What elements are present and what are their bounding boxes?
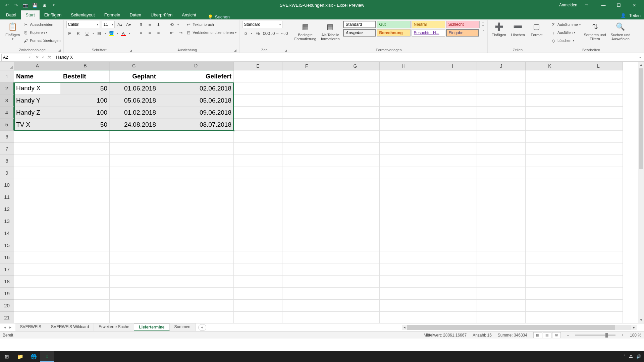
- cell[interactable]: [14, 167, 61, 179]
- page-layout-view-button[interactable]: ▤: [543, 332, 551, 338]
- touch-mode-icon[interactable]: ⊞: [42, 2, 47, 8]
- cell[interactable]: [331, 251, 380, 263]
- cell[interactable]: [574, 263, 623, 276]
- tab-data[interactable]: Daten: [125, 10, 146, 19]
- cell[interactable]: [477, 239, 526, 251]
- sort-filter-button[interactable]: ⇅Sortieren und Filtern: [583, 21, 607, 42]
- cell[interactable]: [282, 191, 331, 203]
- cell[interactable]: [428, 312, 477, 323]
- tab-view[interactable]: Ansicht: [177, 10, 201, 19]
- cell[interactable]: [380, 95, 428, 107]
- cell[interactable]: [526, 203, 574, 215]
- tab-layout[interactable]: Seitenlayout: [66, 10, 100, 19]
- cell[interactable]: [331, 276, 380, 288]
- sheet-nav-prev[interactable]: ◄: [3, 325, 7, 329]
- style-neutral[interactable]: Neutral: [412, 21, 445, 28]
- font-size-select[interactable]: 11▾: [102, 21, 115, 28]
- increase-decimal-button[interactable]: .0→: [272, 30, 278, 37]
- cell[interactable]: [158, 227, 234, 239]
- cell[interactable]: [526, 288, 574, 300]
- scrollbar-thumb[interactable]: [407, 325, 615, 330]
- cell[interactable]: [331, 82, 380, 95]
- normal-view-button[interactable]: ▦: [533, 332, 542, 338]
- cell[interactable]: [331, 215, 380, 227]
- tab-home[interactable]: Start: [21, 10, 39, 19]
- cell[interactable]: [282, 155, 331, 167]
- row-header[interactable]: 12: [0, 203, 14, 215]
- copy-button[interactable]: ⎘Kopieren▾: [23, 29, 60, 36]
- cell[interactable]: [234, 251, 282, 263]
- tab-review[interactable]: Überprüfen: [146, 10, 177, 19]
- format-painter-button[interactable]: 🖌Format übertragen: [23, 37, 60, 44]
- ribbon-display-icon[interactable]: ▭: [585, 3, 588, 7]
- gallery-more-icon[interactable]: ⌄: [482, 28, 485, 31]
- cell[interactable]: [14, 251, 61, 263]
- cell[interactable]: [428, 263, 477, 276]
- cell[interactable]: [158, 203, 234, 215]
- row-header[interactable]: 13: [0, 215, 14, 227]
- row-header[interactable]: 17: [0, 263, 14, 276]
- scrollbar-thumb[interactable]: [639, 68, 643, 169]
- cell[interactable]: [234, 288, 282, 300]
- cell[interactable]: [331, 143, 380, 155]
- cell[interactable]: [428, 276, 477, 288]
- cell[interactable]: [14, 227, 61, 239]
- cell[interactable]: [282, 263, 331, 276]
- cell[interactable]: [14, 263, 61, 276]
- row-header[interactable]: 8: [0, 155, 14, 167]
- cell[interactable]: [477, 288, 526, 300]
- cell[interactable]: [428, 82, 477, 95]
- cell[interactable]: [282, 131, 331, 143]
- cell[interactable]: 05.06.2018: [110, 95, 158, 107]
- decrease-font-button[interactable]: A▾: [125, 21, 132, 28]
- cell[interactable]: [14, 312, 61, 323]
- cell[interactable]: [158, 167, 234, 179]
- cell[interactable]: [331, 155, 380, 167]
- row-header[interactable]: 21: [0, 312, 14, 323]
- cell[interactable]: [110, 191, 158, 203]
- sheet-tab[interactable]: Liefertermine: [134, 323, 169, 331]
- cell[interactable]: [61, 203, 110, 215]
- cell[interactable]: [574, 179, 623, 191]
- cell[interactable]: [428, 203, 477, 215]
- cell[interactable]: [574, 155, 623, 167]
- cell[interactable]: 08.07.2018: [158, 119, 234, 131]
- font-color-button[interactable]: A: [120, 30, 127, 37]
- cell[interactable]: [282, 143, 331, 155]
- cell[interactable]: [526, 312, 574, 323]
- row-header[interactable]: 16: [0, 251, 14, 263]
- cell[interactable]: [526, 155, 574, 167]
- cell[interactable]: [574, 227, 623, 239]
- cell[interactable]: [574, 215, 623, 227]
- cell[interactable]: [234, 179, 282, 191]
- cell[interactable]: 01.06.2018: [110, 82, 158, 95]
- cancel-formula-icon[interactable]: ✕: [36, 55, 39, 60]
- zoom-in-button[interactable]: +: [622, 333, 624, 338]
- zoom-out-button[interactable]: −: [567, 333, 569, 338]
- cell[interactable]: [158, 143, 234, 155]
- row-header[interactable]: 6: [0, 131, 14, 143]
- cell[interactable]: [380, 107, 428, 119]
- cell[interactable]: [526, 215, 574, 227]
- orientation-button[interactable]: ⟲: [169, 21, 175, 28]
- share-button[interactable]: Teilen: [629, 13, 641, 18]
- file-explorer-button[interactable]: 📁: [13, 351, 27, 362]
- merge-center-button[interactable]: ⊟Verbinden und zentrieren▾: [186, 29, 237, 36]
- cell[interactable]: [61, 312, 110, 323]
- format-cells-button[interactable]: ▢Format: [528, 21, 545, 38]
- network-icon[interactable]: 🖧: [629, 354, 633, 359]
- cell[interactable]: [428, 119, 477, 131]
- cell[interactable]: [477, 119, 526, 131]
- cell[interactable]: 09.06.2018: [158, 107, 234, 119]
- cell[interactable]: [331, 131, 380, 143]
- zoom-level[interactable]: 180 %: [630, 333, 641, 338]
- cell[interactable]: [380, 155, 428, 167]
- cell[interactable]: [234, 191, 282, 203]
- cell[interactable]: [574, 312, 623, 323]
- row-header[interactable]: 7: [0, 143, 14, 155]
- cell[interactable]: [61, 143, 110, 155]
- column-header[interactable]: F: [282, 62, 331, 70]
- row-header[interactable]: 18: [0, 276, 14, 288]
- cell[interactable]: [158, 263, 234, 276]
- cell[interactable]: [110, 312, 158, 323]
